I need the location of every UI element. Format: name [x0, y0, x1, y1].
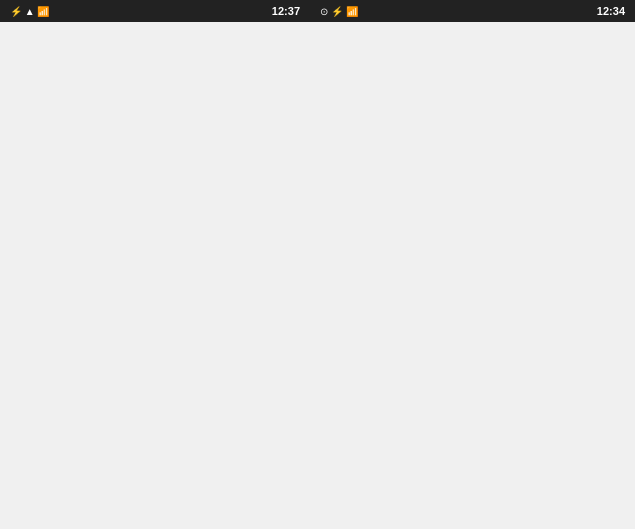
right-status-bar: ⊙ ⚡ 📶 12:34 — [310, 0, 635, 22]
left-status-bar: ⚡ ▲ 📶 12:37 — [0, 0, 310, 22]
right-status-icons: ⊙ ⚡ 📶 — [320, 6, 358, 17]
right-status-time: 12:34 — [597, 5, 625, 17]
left-status-time: 12:37 — [272, 5, 300, 17]
left-status-icons: ⚡ ▲ 📶 — [10, 6, 49, 17]
